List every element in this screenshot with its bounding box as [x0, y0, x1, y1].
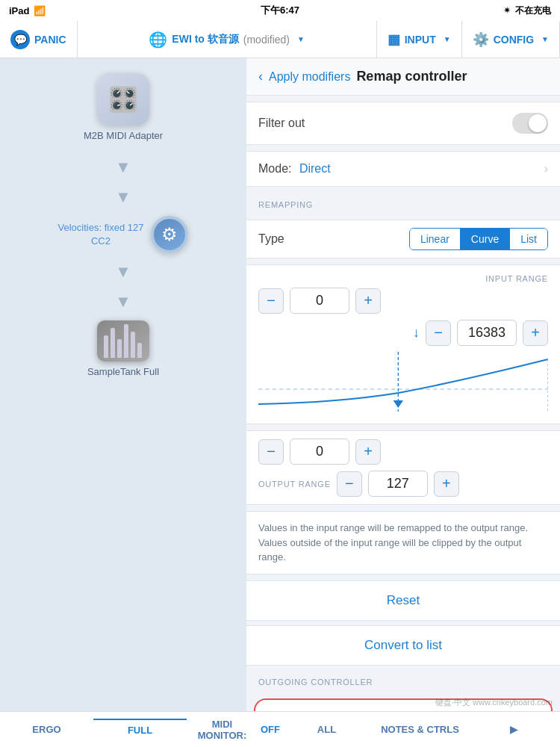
gear-icon-circle[interactable]: ⚙ — [151, 216, 188, 253]
info-text: Values in the input range will be remapp… — [246, 511, 560, 574]
tab-full[interactable]: FULL — [93, 719, 187, 740]
watermark: 键盘·中文 www.cnkeyboard.com — [435, 697, 553, 708]
output-max-increase[interactable]: + — [434, 471, 459, 497]
output-max-value[interactable]: 127 — [368, 471, 428, 497]
sample-bars — [104, 324, 142, 358]
sampletank-icon — [97, 320, 149, 362]
mode-chevron: › — [544, 162, 548, 176]
panic-button[interactable]: 💬 PANIC — [0, 21, 78, 58]
back-label[interactable]: Apply modifiers — [269, 70, 350, 84]
output-min-value[interactable]: 0 — [290, 438, 349, 465]
output-min-decrease[interactable]: − — [258, 439, 284, 465]
status-right: ✴ 不在充电 — [503, 4, 551, 17]
mode-label: Mode: Direct — [258, 162, 331, 176]
tab-all[interactable]: ALL — [280, 719, 373, 740]
bar-4 — [124, 324, 128, 358]
type-label: Type — [258, 232, 284, 246]
bar-1 — [104, 335, 108, 358]
filter-section: Filter out — [246, 102, 560, 145]
panel-title: Remap controller — [356, 69, 467, 84]
config-icon: ⚙️ — [473, 31, 489, 48]
panic-icon: 💬 — [10, 30, 30, 49]
bar-2 — [111, 328, 115, 358]
output-max-decrease[interactable]: − — [337, 471, 362, 497]
msb-chevron: › — [535, 710, 539, 712]
m2b-device-card: 🎛️ M2B MIDI Adapter — [84, 73, 163, 141]
input-range-label: INPUT RANGE — [485, 274, 548, 283]
bar-6 — [137, 343, 142, 358]
svg-marker-2 — [393, 400, 403, 408]
bottom-tabs: ERGO FULL MIDI MONITOR: OFF ALL NOTES & … — [0, 711, 560, 747]
outgoing-label: OUTGOING CONTROLLER — [246, 670, 560, 691]
filter-label: Filter out — [258, 117, 305, 130]
msb-label: MSB: CC7 — [267, 710, 329, 712]
ewi-caret: ▼ — [297, 35, 305, 43]
input-button[interactable]: ▦ INPUT ▼ — [377, 21, 462, 58]
type-row: Type Linear Curve List — [246, 220, 560, 258]
type-linear[interactable]: Linear — [410, 229, 461, 249]
type-curve[interactable]: Curve — [461, 229, 510, 249]
wifi-icon: 📶 — [34, 5, 46, 16]
chart-svg — [258, 352, 548, 412]
input-min-row: − 0 + — [258, 288, 548, 314]
convert-to-list-button[interactable]: Convert to list — [246, 625, 560, 666]
main-content: 🎛️ M2B MIDI Adapter ▼ ▼ Velocities: fixe… — [0, 58, 560, 711]
input-max-row: ↓ − 16383 + — [258, 320, 548, 346]
output-min-increase[interactable]: + — [355, 439, 381, 465]
tab-notes-ctrls[interactable]: NOTES & CTRLS — [373, 719, 467, 740]
battery-label: 不在充电 — [515, 4, 551, 17]
sidebar: 🎛️ M2B MIDI Adapter ▼ ▼ Velocities: fixe… — [0, 58, 246, 711]
msb-value: CC7 — [305, 710, 329, 712]
reset-button[interactable]: Reset — [246, 580, 560, 621]
input-range-section: INPUT RANGE − 0 + ↓ − 16383 + — [246, 264, 560, 424]
bar-3 — [117, 339, 122, 358]
right-panel: ‹ Apply modifiers Remap controller Filte… — [246, 58, 560, 711]
input-max-value[interactable]: 16383 — [457, 320, 517, 346]
input-label: INPUT — [405, 34, 436, 46]
play-icon: ▶ — [510, 724, 517, 735]
input-arrow-icon: ↓ — [413, 325, 420, 341]
bar-5 — [131, 332, 135, 358]
mode-row[interactable]: Mode: Direct › — [246, 152, 560, 186]
mode-value: Direct — [299, 162, 331, 175]
tab-ergo[interactable]: ERGO — [0, 719, 93, 740]
midi-monitor-label: MIDI MONITOR: — [187, 719, 258, 741]
cc2-label: CC2 — [58, 235, 144, 248]
output-range-label: OUTPUT RANGE — [258, 480, 331, 489]
remapping-label: REMAPPING — [246, 193, 560, 214]
output-range-section: − 0 + OUTPUT RANGE − 127 + — [246, 430, 560, 505]
panel-header: ‹ Apply modifiers Remap controller — [246, 58, 560, 96]
mode-label-text: Mode: — [258, 162, 291, 175]
input-icon: ▦ — [388, 31, 400, 48]
filter-toggle[interactable] — [512, 113, 548, 134]
mode-section: Mode: Direct › — [246, 151, 560, 187]
config-caret: ▼ — [541, 35, 549, 43]
arrow-down-1: ▼ — [115, 159, 131, 176]
ewi-button[interactable]: 🌐 EWI to 软音源 (modified) ▼ — [78, 21, 377, 58]
type-list[interactable]: List — [510, 229, 547, 249]
output-min-row: − 0 + — [258, 438, 548, 465]
globe-icon: 🌐 — [149, 31, 167, 49]
top-navigation: 💬 PANIC 🌐 EWI to 软音源 (modified) ▼ ▦ INPU… — [0, 21, 560, 58]
input-min-decrease[interactable]: − — [258, 288, 284, 314]
m2b-label: M2B MIDI Adapter — [84, 130, 163, 141]
tab-midi-monitor: MIDI MONITOR: OFF — [187, 714, 280, 746]
sampletank-label: SampleTank Full — [87, 366, 159, 377]
curve-chart — [258, 352, 548, 412]
input-min-value[interactable]: 0 — [290, 288, 349, 314]
input-min-increase[interactable]: + — [355, 288, 381, 314]
tab-play[interactable]: ▶ — [467, 719, 560, 740]
back-arrow-icon: ‹ — [258, 69, 263, 84]
device-name: iPad — [9, 5, 29, 16]
msb-label-text: MSB: — [267, 710, 296, 712]
m2b-device-icon: 🎛️ — [97, 73, 149, 125]
input-max-decrease[interactable]: − — [426, 320, 451, 346]
arrow-down-4: ▼ — [115, 294, 131, 310]
config-button[interactable]: ⚙️ CONFIG ▼ — [462, 21, 560, 58]
input-max-increase[interactable]: + — [523, 320, 548, 346]
remapping-section: Type Linear Curve List — [246, 220, 560, 258]
bluetooth-icon: ✴ — [503, 5, 511, 16]
toggle-knob — [529, 114, 547, 132]
midi-off-label[interactable]: OFF — [261, 724, 280, 735]
sampletank-card: SampleTank Full — [87, 320, 159, 377]
